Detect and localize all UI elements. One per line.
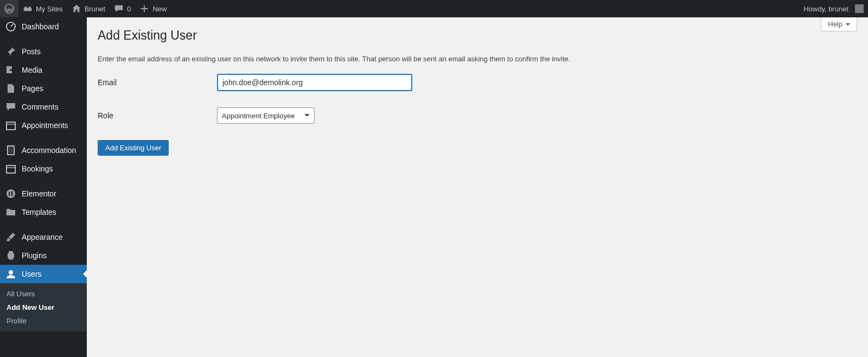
site-name[interactable]: Brunet (67, 0, 110, 17)
page-icon (5, 83, 16, 94)
page-title: Add Existing User (98, 17, 857, 49)
plug-icon (5, 250, 16, 261)
menu-label: Posts (22, 47, 41, 56)
menu-appointments[interactable]: Appointments (0, 116, 87, 135)
calendar-icon (5, 163, 16, 174)
role-select[interactable]: Appointment Employee (217, 107, 315, 124)
menu-label: Elementor (22, 189, 56, 198)
content-area: Help Add Existing User Enter the email a… (87, 17, 868, 357)
site-name-label: Brunet (85, 5, 105, 13)
menu-elementor[interactable]: Elementor (0, 184, 87, 203)
page-description: Enter the email address of an existing u… (98, 55, 857, 63)
calendar-icon (5, 120, 16, 131)
menu-appearance[interactable]: Appearance (0, 228, 87, 246)
help-label: Help (828, 20, 843, 28)
brush-icon (5, 232, 16, 243)
menu-label: Users (22, 270, 42, 278)
menu-label: Accommodation (22, 146, 76, 155)
menu-label: Pages (22, 84, 43, 93)
menu-dashboard[interactable]: Dashboard (0, 17, 87, 36)
menu-label: Comments (22, 103, 59, 111)
menu-label: Appointments (22, 121, 68, 130)
email-label: Email (98, 78, 217, 87)
menu-bookings[interactable]: Bookings (0, 160, 87, 178)
menu-users[interactable]: Users (0, 265, 87, 283)
menu-media[interactable]: Media (0, 61, 87, 79)
comment-icon (114, 4, 124, 14)
email-field[interactable] (217, 74, 412, 91)
chevron-down-icon (846, 23, 850, 28)
role-label: Role (98, 111, 217, 120)
add-user-form: Email Role Appointment Employee (98, 74, 857, 124)
house-icon (72, 4, 81, 14)
menu-pages[interactable]: Pages (0, 79, 87, 98)
my-sites-label: My Sites (36, 5, 63, 13)
comment-icon (5, 101, 16, 112)
submenu-users: All Users Add New User Profile (0, 283, 87, 331)
media-icon (5, 65, 16, 75)
menu-label: Templates (22, 208, 56, 216)
admin-sidebar: Dashboard Posts Media Pages Comments App… (0, 17, 87, 357)
svg-rect-5 (7, 165, 15, 173)
submenu-all-users[interactable]: All Users (0, 287, 87, 301)
my-account[interactable]: Howdy, brunet (799, 0, 868, 17)
plus-icon (139, 4, 149, 14)
menu-label: Bookings (22, 164, 53, 173)
elementor-icon (5, 188, 16, 199)
house-group-icon (23, 4, 33, 14)
menu-label: Media (22, 66, 42, 74)
svg-rect-10 (11, 195, 13, 196)
svg-rect-3 (7, 122, 15, 130)
comments-count[interactable]: 0 (110, 0, 135, 17)
svg-rect-9 (11, 193, 13, 194)
pin-icon (5, 46, 16, 57)
howdy-text: Howdy, brunet (803, 5, 848, 13)
svg-rect-4 (8, 146, 14, 155)
comments-count-value: 0 (127, 5, 131, 13)
menu-plugins[interactable]: Plugins (0, 246, 87, 265)
svg-rect-8 (11, 192, 13, 193)
folder-icon (5, 207, 16, 218)
admin-bar: My Sites Brunet 0 New Howdy, brunet (0, 0, 868, 17)
svg-rect-7 (9, 192, 10, 196)
my-sites[interactable]: My Sites (18, 0, 67, 17)
role-selected-value: Appointment Employee (222, 112, 295, 120)
help-tab[interactable]: Help (821, 17, 857, 31)
submenu-add-new-user[interactable]: Add New User (0, 301, 87, 314)
menu-templates[interactable]: Templates (0, 203, 87, 221)
user-icon (5, 269, 16, 279)
menu-accommodation[interactable]: Accommodation (0, 141, 87, 160)
submenu-profile[interactable]: Profile (0, 314, 87, 328)
svg-point-2 (10, 69, 12, 71)
menu-posts[interactable]: Posts (0, 42, 87, 61)
new-label: New (152, 5, 167, 13)
menu-label: Appearance (22, 233, 63, 241)
building-icon (5, 145, 16, 156)
avatar (855, 4, 864, 13)
svg-point-11 (9, 270, 13, 275)
menu-label: Dashboard (22, 22, 59, 31)
wordpress-icon (4, 4, 14, 14)
menu-comments[interactable]: Comments (0, 98, 87, 116)
add-existing-user-button[interactable]: Add Existing User (98, 140, 169, 156)
wordpress-logo[interactable] (0, 0, 18, 17)
menu-label: Plugins (22, 251, 47, 260)
dashboard-icon (5, 21, 16, 32)
new-content[interactable]: New (135, 0, 171, 17)
